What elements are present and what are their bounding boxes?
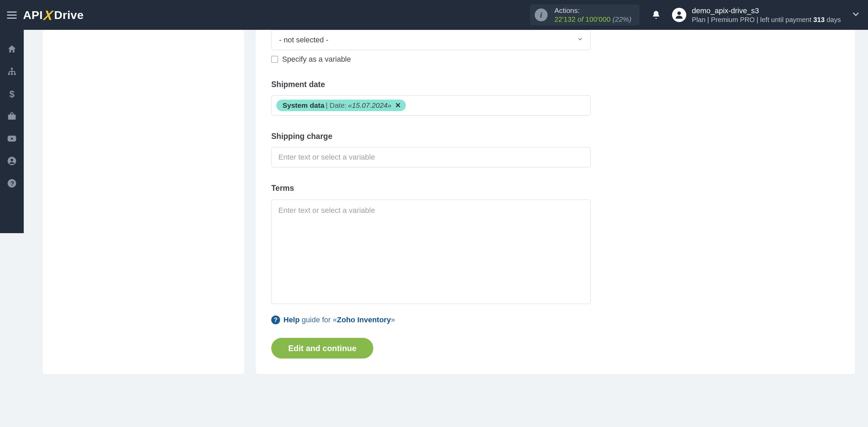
help-link[interactable]: ? Help guide for «Zoho Inventory»	[271, 316, 591, 324]
select-placeholder: - not selected -	[279, 36, 329, 44]
actions-percent: (22%)	[612, 15, 631, 23]
pill-system: System data	[282, 101, 324, 109]
svg-point-10	[11, 159, 13, 161]
left-card	[43, 30, 244, 374]
edit-continue-button[interactable]: Edit and continue	[271, 338, 373, 359]
svg-text:?: ?	[10, 180, 14, 187]
pill-remove-icon[interactable]: ✕	[395, 101, 401, 109]
side-nav: $ ?	[0, 30, 24, 233]
plan-name: Premium PRO	[711, 16, 755, 23]
help-target: Zoho Inventory	[337, 316, 391, 324]
profile-icon[interactable]	[0, 150, 24, 172]
actions-text: Actions: 22'132 of 100'000 (22%)	[554, 6, 632, 24]
svg-text:$: $	[9, 89, 15, 99]
connections-icon[interactable]	[0, 60, 24, 83]
plan-days-suffix: days	[827, 16, 841, 23]
pill-date: «15.07.2024»	[348, 101, 391, 109]
variable-pill: System data | Date: «15.07.2024» ✕	[276, 100, 406, 111]
user-menu[interactable]: demo_apix-drive_s3 Plan | Premium PRO | …	[672, 6, 841, 24]
shipment-date-input[interactable]: System data | Date: «15.07.2024» ✕	[271, 95, 591, 116]
plan-days: 313	[813, 16, 825, 23]
help-guide: guide for «	[302, 316, 337, 324]
terms-label: Terms	[271, 184, 591, 193]
actions-label: Actions:	[554, 6, 632, 15]
terms-textarea[interactable]: Enter text or select a variable	[271, 200, 591, 304]
info-icon: i	[535, 8, 548, 21]
svg-point-4	[14, 73, 16, 75]
actions-counter[interactable]: i Actions: 22'132 of 100'000 (22%)	[530, 4, 640, 25]
shipping-charge-placeholder: Enter text or select a variable	[278, 153, 375, 162]
user-plan: Plan | Premium PRO | left until payment …	[692, 16, 841, 24]
logo-drive: Drive	[54, 8, 84, 22]
shipping-charge-label: Shipping charge	[271, 132, 591, 141]
actions-total: 100'000	[586, 15, 611, 23]
svg-point-1	[11, 67, 13, 69]
help-word: Help	[283, 316, 300, 324]
actions-used: 22'132	[554, 15, 575, 23]
plan-prefix: Plan |	[692, 16, 709, 23]
youtube-icon[interactable]	[0, 127, 24, 150]
svg-point-2	[8, 73, 10, 75]
menu-icon[interactable]	[4, 7, 20, 23]
home-icon[interactable]	[0, 38, 24, 60]
page-content: - not selected - Specify as a variable S…	[24, 30, 868, 374]
bell-icon[interactable]	[649, 8, 663, 22]
previous-select[interactable]: - not selected -	[271, 30, 591, 50]
svg-point-0	[677, 12, 681, 15]
top-bar: API X Drive i Actions: 22'132 of 100'000…	[0, 0, 868, 30]
svg-rect-6	[8, 115, 16, 120]
question-icon: ?	[271, 316, 280, 324]
actions-of: of	[577, 15, 584, 23]
billing-icon[interactable]: $	[0, 83, 24, 105]
shipment-date-label: Shipment date	[271, 80, 591, 89]
chevron-down-icon[interactable]	[841, 9, 861, 20]
help-close: »	[391, 316, 395, 324]
user-text: demo_apix-drive_s3 Plan | Premium PRO | …	[692, 6, 841, 24]
briefcase-icon[interactable]	[0, 105, 24, 127]
form-card: - not selected - Specify as a variable S…	[256, 30, 855, 374]
svg-point-3	[11, 73, 13, 75]
terms-placeholder: Enter text or select a variable	[278, 206, 375, 215]
shipping-charge-input[interactable]: Enter text or select a variable	[271, 147, 591, 167]
help-icon[interactable]: ?	[0, 172, 24, 195]
chevron-down-icon	[577, 36, 584, 44]
logo-api: API	[23, 8, 43, 22]
avatar-icon	[672, 8, 686, 22]
pill-sep: | Date:	[324, 101, 348, 109]
form-column: - not selected - Specify as a variable S…	[256, 30, 591, 359]
specify-variable-label: Specify as a variable	[282, 55, 351, 64]
logo[interactable]: API X Drive	[23, 7, 84, 23]
plan-mid: | left until payment	[756, 16, 811, 23]
specify-variable-checkbox[interactable]	[271, 56, 278, 63]
user-name: demo_apix-drive_s3	[692, 6, 841, 15]
cards-row: - not selected - Specify as a variable S…	[43, 30, 855, 374]
logo-x-icon: X	[42, 8, 55, 23]
specify-variable-checkbox-row[interactable]: Specify as a variable	[271, 55, 591, 64]
